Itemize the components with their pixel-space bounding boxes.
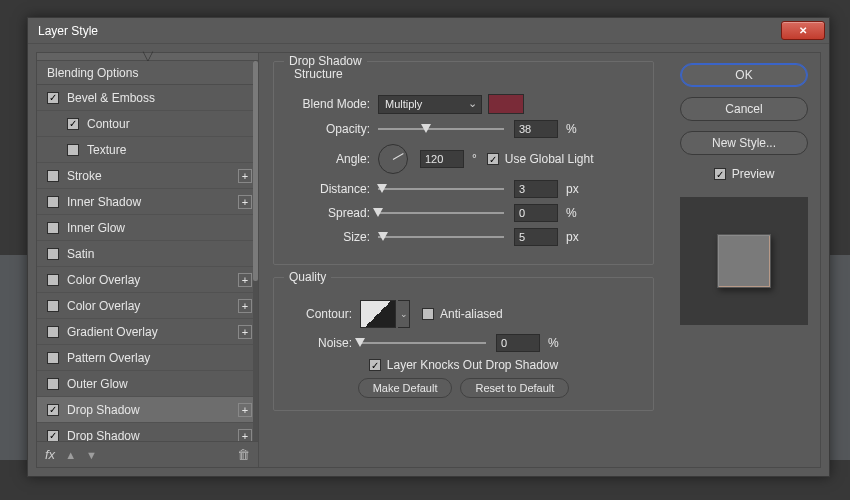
angle-label: Angle:: [286, 152, 370, 166]
effect-row-color-overlay[interactable]: Color Overlay+: [37, 267, 258, 293]
effect-checkbox[interactable]: [47, 300, 59, 312]
cancel-button[interactable]: Cancel: [680, 97, 808, 121]
add-effect-icon[interactable]: +: [238, 299, 252, 313]
contour-label: Contour:: [286, 307, 352, 321]
contour-picker[interactable]: [360, 300, 396, 328]
effect-label: Pattern Overlay: [67, 351, 252, 365]
effect-row-satin[interactable]: Satin: [37, 241, 258, 267]
scroll-up-arrow[interactable]: ╲╱: [37, 53, 258, 61]
effects-list: Bevel & EmbossContourTextureStroke+Inner…: [37, 85, 258, 441]
opacity-slider[interactable]: [378, 122, 504, 136]
reset-default-button[interactable]: Reset to Default: [460, 378, 569, 398]
effect-row-outer-glow[interactable]: Outer Glow: [37, 371, 258, 397]
effect-checkbox[interactable]: [47, 222, 59, 234]
anti-aliased-label: Anti-aliased: [440, 307, 503, 321]
effect-label: Gradient Overlay: [67, 325, 238, 339]
close-button[interactable]: ✕: [781, 21, 825, 40]
distance-input[interactable]: 3: [514, 180, 558, 198]
ok-button[interactable]: OK: [680, 63, 808, 87]
titlebar[interactable]: Layer Style ✕: [28, 18, 829, 44]
add-effect-icon[interactable]: +: [238, 403, 252, 417]
effect-row-color-overlay[interactable]: Color Overlay+: [37, 293, 258, 319]
effect-checkbox[interactable]: [47, 326, 59, 338]
spread-input[interactable]: 0: [514, 204, 558, 222]
effect-row-stroke[interactable]: Stroke+: [37, 163, 258, 189]
make-default-button[interactable]: Make Default: [358, 378, 453, 398]
quality-group: Quality Contour: ⌄ Anti-aliased Noise: 0…: [273, 277, 654, 411]
opacity-input[interactable]: 38: [514, 120, 558, 138]
section-title: Drop Shadow: [284, 54, 367, 68]
size-label: Size:: [286, 230, 370, 244]
layer-style-dialog: Layer Style ✕ ╲╱ Blending Options Bevel …: [27, 17, 830, 477]
noise-label: Noise:: [286, 336, 352, 350]
effect-label: Stroke: [67, 169, 238, 183]
use-global-light-checkbox[interactable]: [487, 153, 499, 165]
effect-label: Inner Shadow: [67, 195, 238, 209]
new-style-button[interactable]: New Style...: [680, 131, 808, 155]
effect-row-inner-glow[interactable]: Inner Glow: [37, 215, 258, 241]
noise-slider[interactable]: [360, 336, 486, 350]
effect-checkbox[interactable]: [47, 352, 59, 364]
effect-row-drop-shadow[interactable]: Drop Shadow+: [37, 397, 258, 423]
effect-row-inner-shadow[interactable]: Inner Shadow+: [37, 189, 258, 215]
anti-aliased-checkbox[interactable]: [422, 308, 434, 320]
effect-checkbox[interactable]: [47, 404, 59, 416]
fx-menu-icon[interactable]: fx: [45, 447, 55, 462]
effect-checkbox[interactable]: [47, 378, 59, 390]
effect-row-texture[interactable]: Texture: [37, 137, 258, 163]
trash-icon[interactable]: 🗑: [237, 447, 250, 462]
effect-checkbox[interactable]: [47, 430, 59, 442]
spread-label: Spread:: [286, 206, 370, 220]
blending-options-header[interactable]: Blending Options: [37, 61, 258, 85]
effect-label: Outer Glow: [67, 377, 252, 391]
use-global-light-label: Use Global Light: [505, 152, 594, 166]
blend-mode-select[interactable]: Multiply: [378, 95, 482, 114]
effect-row-bevel-emboss[interactable]: Bevel & Emboss: [37, 85, 258, 111]
add-effect-icon[interactable]: +: [238, 273, 252, 287]
add-effect-icon[interactable]: +: [238, 195, 252, 209]
distance-label: Distance:: [286, 182, 370, 196]
effect-label: Drop Shadow: [67, 429, 238, 442]
effect-label: Inner Glow: [67, 221, 252, 235]
effect-label: Satin: [67, 247, 252, 261]
opacity-label: Opacity:: [286, 122, 370, 136]
knockout-checkbox[interactable]: [369, 359, 381, 371]
add-effect-icon[interactable]: +: [238, 325, 252, 339]
angle-input[interactable]: 120: [420, 150, 464, 168]
effect-checkbox[interactable]: [47, 92, 59, 104]
distance-slider[interactable]: [378, 182, 504, 196]
spread-slider[interactable]: [378, 206, 504, 220]
move-up-icon[interactable]: ▲: [65, 449, 76, 461]
effect-label: Contour: [87, 117, 252, 131]
scrollbar-thumb[interactable]: [253, 61, 258, 281]
effect-checkbox[interactable]: [47, 170, 59, 182]
effect-checkbox[interactable]: [67, 118, 79, 130]
effect-checkbox[interactable]: [47, 248, 59, 260]
knockout-label: Layer Knocks Out Drop Shadow: [387, 358, 558, 372]
effect-label: Color Overlay: [67, 299, 238, 313]
effect-row-drop-shadow[interactable]: Drop Shadow+: [37, 423, 258, 441]
size-input[interactable]: 5: [514, 228, 558, 246]
effects-footer: fx ▲ ▼ 🗑: [37, 441, 258, 467]
contour-dropdown[interactable]: ⌄: [398, 300, 410, 328]
shadow-color-swatch[interactable]: [488, 94, 524, 114]
effect-row-contour[interactable]: Contour: [37, 111, 258, 137]
effect-checkbox[interactable]: [67, 144, 79, 156]
add-effect-icon[interactable]: +: [238, 169, 252, 183]
preview-checkbox[interactable]: [714, 168, 726, 180]
blend-mode-label: Blend Mode:: [286, 97, 370, 111]
size-slider[interactable]: [378, 230, 504, 244]
effects-sidebar: ╲╱ Blending Options Bevel & EmbossContou…: [37, 53, 259, 467]
noise-input[interactable]: 0: [496, 334, 540, 352]
dialog-title: Layer Style: [38, 24, 781, 38]
effect-row-gradient-overlay[interactable]: Gradient Overlay+: [37, 319, 258, 345]
effect-checkbox[interactable]: [47, 274, 59, 286]
angle-dial[interactable]: [378, 144, 408, 174]
move-down-icon[interactable]: ▼: [86, 449, 97, 461]
close-icon: ✕: [799, 25, 807, 36]
structure-group: Drop Shadow Structure Blend Mode: Multip…: [273, 61, 654, 265]
add-effect-icon[interactable]: +: [238, 429, 252, 442]
preview-label: Preview: [732, 167, 775, 181]
effect-checkbox[interactable]: [47, 196, 59, 208]
effect-row-pattern-overlay[interactable]: Pattern Overlay: [37, 345, 258, 371]
